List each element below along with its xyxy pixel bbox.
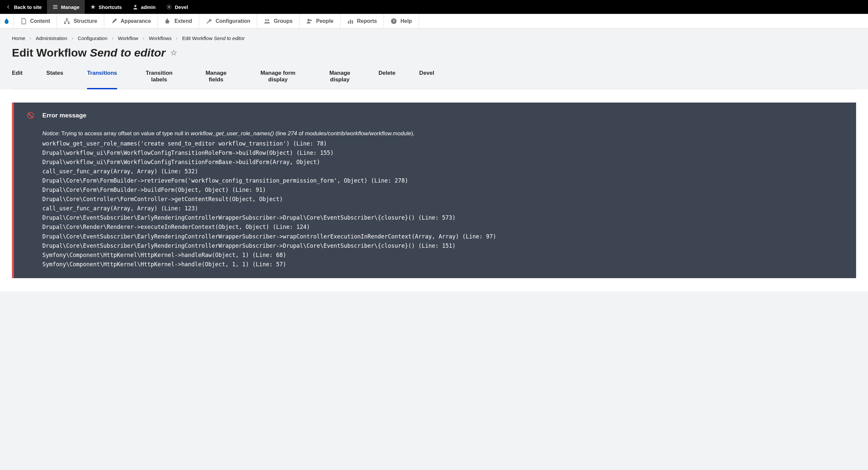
toolbar-top: Back to site Manage Shortcuts admin Deve…: [0, 0, 868, 14]
tab-transitions[interactable]: Transitions: [87, 70, 117, 89]
drupal-logo[interactable]: [0, 14, 13, 28]
chevron-right-icon: ›: [112, 36, 113, 41]
error-heading: Error message: [42, 112, 86, 119]
header-region: Home › Administration › Configuration › …: [0, 29, 868, 89]
devel-label: Devel: [175, 4, 188, 10]
svg-point-1: [168, 6, 170, 8]
hamburger-icon: [52, 4, 58, 10]
chevron-right-icon: ›: [143, 36, 144, 41]
help-label: Help: [400, 18, 412, 24]
back-to-site-button[interactable]: Back to site: [0, 0, 47, 14]
svg-point-5: [266, 19, 267, 21]
breadcrumb-administration[interactable]: Administration: [36, 35, 67, 41]
chevron-right-icon: ›: [30, 36, 31, 41]
reports-link[interactable]: Reports: [341, 14, 384, 28]
tab-states[interactable]: States: [46, 70, 63, 89]
svg-rect-4: [68, 23, 70, 24]
chevron-right-icon: ›: [72, 36, 73, 41]
groups-icon: [264, 18, 270, 25]
star-icon: [90, 4, 96, 10]
breadcrumb-configuration[interactable]: Configuration: [78, 35, 107, 41]
error-body: Notice: Trying to access array offset on…: [27, 129, 843, 269]
error-notice-line: Notice: Trying to access array offset on…: [42, 129, 843, 138]
svg-rect-10: [350, 20, 351, 24]
tab-manage-form-display[interactable]: Manage form display: [255, 70, 301, 89]
toolbar-admin: Content Structure Appearance Extend Conf…: [0, 14, 868, 29]
groups-label: Groups: [274, 18, 292, 24]
configuration-label: Configuration: [216, 18, 250, 24]
error-message-box: Error message Notice: Trying to access a…: [12, 103, 856, 278]
structure-link[interactable]: Structure: [57, 14, 104, 28]
shortcuts-label: Shortcuts: [99, 4, 122, 10]
manage-label: Manage: [61, 4, 80, 10]
shortcuts-button[interactable]: Shortcuts: [85, 0, 127, 14]
error-header: Error message: [27, 112, 843, 119]
structure-label: Structure: [73, 18, 97, 24]
page-title: Edit Workflow Send to editor: [12, 46, 856, 59]
people-icon: [306, 18, 313, 25]
appearance-label: Appearance: [121, 18, 151, 24]
content-label: Content: [30, 18, 50, 24]
favorite-star-icon[interactable]: [170, 49, 177, 57]
svg-point-0: [134, 5, 136, 7]
hierarchy-icon: [64, 18, 70, 25]
content-region: Error message Notice: Trying to access a…: [0, 89, 868, 292]
help-icon: ?: [391, 18, 397, 25]
admin-user-label: admin: [141, 4, 156, 10]
people-label: People: [316, 18, 333, 24]
svg-rect-9: [348, 21, 349, 24]
wrench-icon: [206, 18, 212, 25]
bar-chart-icon: [347, 18, 354, 25]
primary-tabs: Edit States Transitions Transition label…: [12, 70, 856, 89]
content-link[interactable]: Content: [13, 14, 57, 28]
drupal-icon: [3, 18, 10, 25]
tab-manage-display[interactable]: Manage display: [325, 70, 355, 89]
user-icon: [132, 4, 138, 10]
breadcrumb-home[interactable]: Home: [12, 35, 25, 41]
configuration-link[interactable]: Configuration: [199, 14, 257, 28]
admin-user-button[interactable]: admin: [127, 0, 161, 14]
paintbrush-icon: [111, 18, 118, 25]
tab-devel[interactable]: Devel: [419, 70, 434, 89]
svg-text:?: ?: [393, 19, 395, 23]
devel-button[interactable]: Devel: [161, 0, 193, 14]
help-link[interactable]: ? Help: [384, 14, 419, 28]
tab-transition-labels[interactable]: Transition labels: [141, 70, 177, 89]
manage-button[interactable]: Manage: [47, 0, 85, 14]
reports-label: Reports: [357, 18, 377, 24]
svg-point-8: [310, 20, 312, 21]
back-to-site-label: Back to site: [14, 4, 42, 10]
tab-manage-fields[interactable]: Manage fields: [201, 70, 231, 89]
tab-delete[interactable]: Delete: [379, 70, 396, 89]
extend-label: Extend: [175, 18, 192, 24]
error-icon: [27, 112, 34, 119]
extend-link[interactable]: Extend: [158, 14, 199, 28]
svg-point-6: [268, 19, 269, 21]
svg-point-7: [307, 19, 310, 21]
appearance-link[interactable]: Appearance: [104, 14, 158, 28]
chevron-right-icon: ›: [176, 36, 178, 41]
error-stack-trace: workflow_get_user_role_names('create sen…: [42, 139, 843, 269]
tab-edit[interactable]: Edit: [12, 70, 23, 89]
svg-rect-3: [64, 23, 66, 24]
people-link[interactable]: People: [300, 14, 340, 28]
svg-rect-11: [352, 21, 353, 24]
file-icon: [20, 18, 27, 25]
svg-rect-2: [66, 19, 68, 20]
groups-link[interactable]: Groups: [257, 14, 300, 28]
puzzle-icon: [164, 18, 171, 25]
breadcrumb-current: Edit Workflow Send to editor: [182, 35, 245, 41]
breadcrumb-workflows[interactable]: Workflows: [149, 35, 172, 41]
chevron-left-icon: [5, 4, 11, 10]
breadcrumb: Home › Administration › Configuration › …: [12, 35, 856, 41]
breadcrumb-workflow[interactable]: Workflow: [118, 35, 138, 41]
gear-icon: [166, 4, 172, 10]
